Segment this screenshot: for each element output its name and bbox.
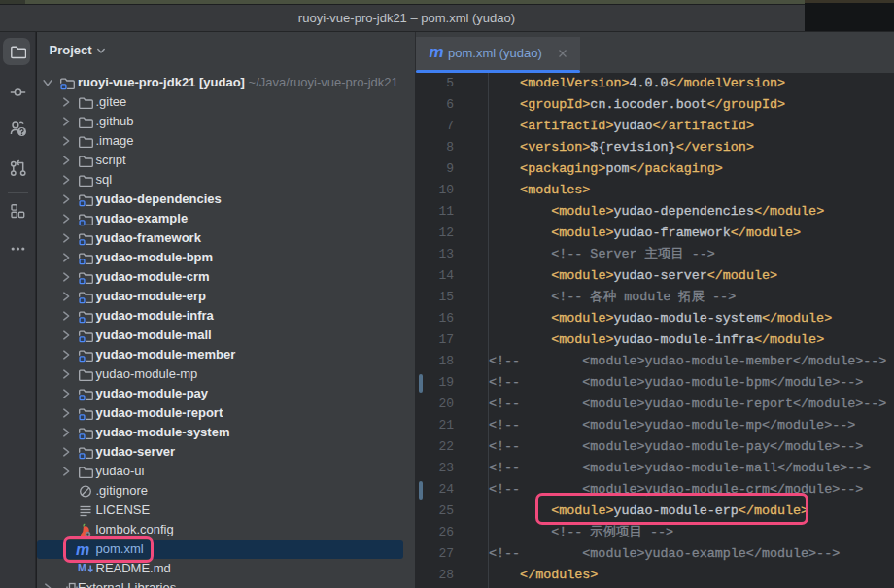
svg-text:M: M xyxy=(78,562,86,573)
